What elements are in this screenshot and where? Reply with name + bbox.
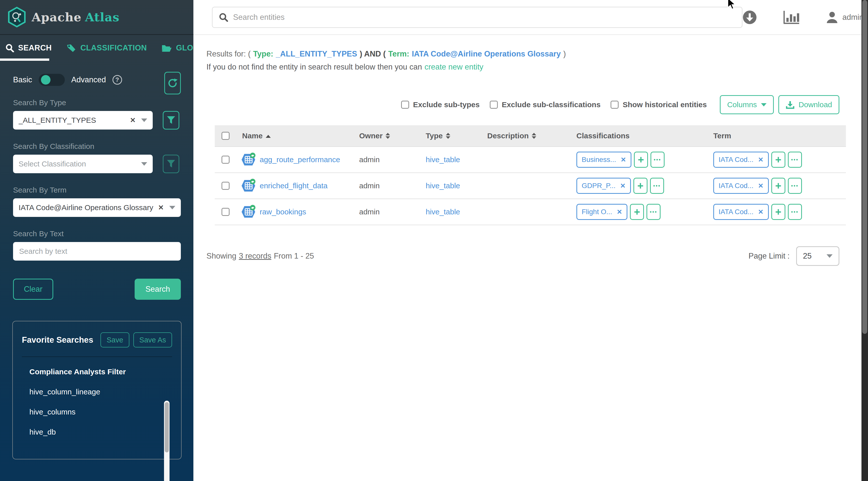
row-checkbox[interactable] [221, 182, 229, 190]
help-icon[interactable]: ? [113, 75, 122, 85]
results-content: Results for: (Type:_ALL_ENTITY_TYPES) AN… [193, 35, 862, 266]
remove-classification-icon[interactable]: ✕ [620, 182, 626, 190]
add-term-button[interactable]: + [771, 178, 785, 194]
save-as-button[interactable]: Save As [133, 332, 172, 347]
exclude-subtypes-option[interactable]: Exclude sub-types [401, 100, 480, 109]
add-term-button[interactable]: + [771, 152, 785, 168]
classification-chip[interactable]: Flight O... ✕ [577, 204, 627, 220]
more-classifications-button[interactable]: ••• [647, 204, 660, 220]
classification-chip[interactable]: Business... ✕ [577, 152, 631, 168]
entity-type-link[interactable]: hive_table [426, 182, 460, 190]
basic-advanced-toggle[interactable] [39, 74, 65, 86]
search-by-text-input[interactable] [13, 242, 181, 261]
page-scrollbar-thumb[interactable] [862, 0, 867, 334]
add-classification-button[interactable]: + [630, 204, 644, 220]
remove-term-icon[interactable]: ✕ [758, 182, 764, 190]
divider [22, 356, 172, 357]
sort-icon [385, 133, 390, 139]
entity-type-link[interactable]: hive_table [426, 207, 460, 216]
remove-classification-icon[interactable]: ✕ [621, 156, 626, 164]
global-search-input[interactable] [233, 13, 735, 22]
results-type-value[interactable]: _ALL_ENTITY_TYPES [276, 50, 357, 58]
tab-search[interactable]: SEARCH [5, 43, 52, 53]
save-button[interactable]: Save [100, 332, 129, 347]
results-prefix: Results for: ( [207, 50, 251, 58]
favorite-searches-title: Favorite Searches [22, 335, 93, 345]
column-header-owner[interactable]: Owner [359, 132, 426, 140]
statistics-icon[interactable] [783, 10, 800, 24]
more-terms-button[interactable]: ••• [788, 178, 802, 194]
favorite-search-item[interactable]: hive_columns [29, 408, 172, 416]
table-footer: Showing3 recordsFrom 1 - 25 Page Limit :… [207, 246, 839, 266]
classification-attribute-filter-button[interactable] [163, 155, 179, 173]
refresh-button[interactable] [164, 72, 181, 94]
brand-atlas: Atlas [85, 10, 119, 24]
row-checkbox[interactable] [221, 208, 229, 216]
show-historical-option[interactable]: Show historical entities [611, 100, 707, 109]
type-attribute-filter-button[interactable] [163, 111, 179, 130]
search-by-term-select[interactable]: IATA Code@Airline Operations Glossary ✕ [13, 198, 181, 217]
row-checkbox[interactable] [221, 156, 229, 164]
columns-dropdown-button[interactable]: Columns [720, 95, 774, 114]
select-all-checkbox[interactable] [221, 132, 229, 140]
column-header-name[interactable]: Name [236, 132, 359, 140]
column-header-description[interactable]: Description [487, 132, 577, 140]
exclude-subclassifications-checkbox[interactable] [490, 101, 498, 109]
exclude-subclassifications-label: Exclude sub-classifications [502, 100, 600, 109]
tab-classification[interactable]: CLASSIFICATION [66, 43, 147, 53]
entity-name-link[interactable]: agg_route_performance [260, 155, 340, 164]
remove-term-icon[interactable]: ✕ [758, 208, 764, 216]
term-chip[interactable]: IATA Cod... ✕ [713, 152, 769, 168]
global-search-box[interactable] [212, 7, 742, 28]
apache-atlas-app: ApacheAtlas SEARCH CLASSIFICATION [0, 0, 868, 481]
search-by-type-select[interactable]: _ALL_ENTITY_TYPES ✕ [13, 111, 153, 130]
show-historical-checkbox[interactable] [611, 101, 619, 109]
term-chip[interactable]: IATA Cod... ✕ [713, 178, 769, 194]
classification-chip[interactable]: GDPR_P... ✕ [577, 178, 631, 194]
brand-header[interactable]: ApacheAtlas [0, 0, 193, 35]
more-terms-button[interactable]: ••• [788, 152, 802, 168]
exclude-subclassifications-option[interactable]: Exclude sub-classifications [490, 100, 600, 109]
download-label: Download [799, 100, 832, 109]
more-classifications-button[interactable]: ••• [651, 152, 664, 168]
favorites-scrollbar[interactable] [164, 401, 169, 481]
add-classification-button[interactable]: + [634, 152, 648, 168]
search-by-classification-select[interactable]: Select Classification [13, 155, 153, 173]
chevron-down-icon [761, 103, 767, 106]
favorite-search-item[interactable]: hive_db [29, 428, 172, 436]
favorite-search-item[interactable]: hive_column_lineage [29, 388, 172, 396]
search-by-term-value: IATA Code@Airline Operations Glossary [19, 203, 158, 212]
records-count-link[interactable]: 3 records [239, 252, 271, 260]
page-limit-label: Page Limit : [748, 252, 789, 261]
page-scrollbar[interactable] [862, 0, 868, 481]
sort-ascending-icon [266, 135, 271, 138]
clear-type-icon[interactable]: ✕ [130, 116, 135, 124]
owner-cell: admin [359, 182, 380, 190]
exclude-subtypes-checkbox[interactable] [401, 101, 409, 109]
search-button[interactable]: Search [135, 279, 181, 300]
results-term-value[interactable]: IATA Code@Airline Operations Glossary [412, 50, 561, 58]
topbar: admin [193, 0, 862, 35]
clear-button[interactable]: Clear [13, 279, 53, 300]
favorites-scrollbar-thumb[interactable] [165, 402, 169, 452]
entity-type-link[interactable]: hive_table [426, 155, 460, 164]
results-and: ) AND ( [360, 50, 386, 58]
help-glyph: ? [115, 76, 119, 83]
add-term-button[interactable]: + [771, 204, 785, 220]
column-header-type[interactable]: Type [426, 132, 487, 140]
pending-tasks-icon[interactable] [742, 10, 757, 25]
entity-name-link[interactable]: enriched_flight_data [260, 182, 328, 190]
user-menu[interactable]: admin [826, 11, 864, 24]
download-button[interactable]: Download [778, 95, 839, 114]
more-terms-button[interactable]: ••• [788, 204, 802, 220]
page-limit-select[interactable]: 25 [796, 246, 839, 266]
add-classification-button[interactable]: + [633, 178, 648, 194]
favorite-search-item[interactable]: Compliance Analysts Filter [29, 367, 172, 376]
remove-classification-icon[interactable]: ✕ [617, 208, 622, 216]
term-chip[interactable]: IATA Cod... ✕ [713, 204, 769, 220]
clear-term-icon[interactable]: ✕ [158, 203, 164, 212]
create-new-entity-link[interactable]: create new entity [425, 63, 483, 71]
remove-term-icon[interactable]: ✕ [758, 156, 764, 164]
entity-name-link[interactable]: raw_bookings [260, 207, 306, 216]
more-classifications-button[interactable]: ••• [650, 178, 664, 194]
